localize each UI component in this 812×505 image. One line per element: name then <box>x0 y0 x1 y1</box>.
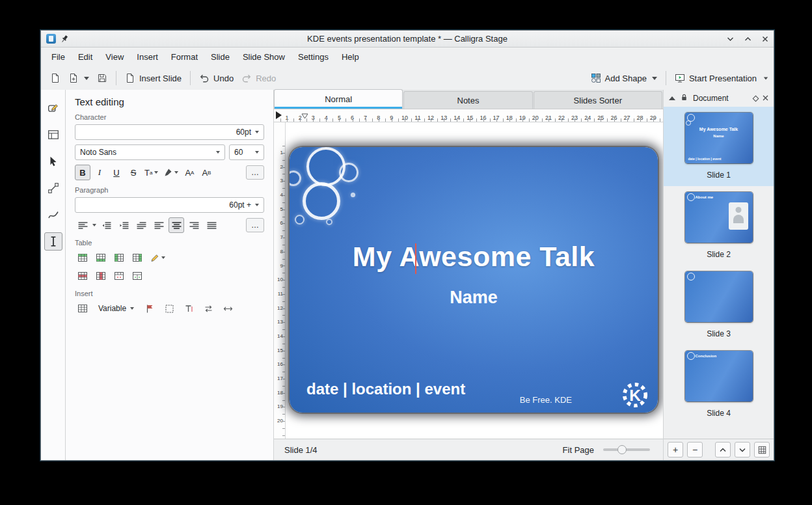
slide-thumbnail-item[interactable]: My Awesome Talk Name date | location | e… <box>664 107 774 186</box>
tab-normal[interactable]: Normal <box>274 89 403 109</box>
lock-icon[interactable] <box>680 93 688 103</box>
italic-button[interactable]: I <box>92 165 107 180</box>
slide-thumbnail-item[interactable]: Conclusion Slide 4 <box>664 345 774 424</box>
delete-column-button[interactable] <box>93 268 109 284</box>
change-case-button[interactable]: Ta <box>142 165 160 180</box>
insert-text-button[interactable] <box>181 301 196 316</box>
insert-column-right-button[interactable] <box>129 250 145 266</box>
redo-button[interactable]: Redo <box>237 70 280 87</box>
toolbar-overflow-icon[interactable] <box>764 77 768 79</box>
slide-subtitle-textbox[interactable]: Name <box>290 288 658 308</box>
horizontal-ruler[interactable]: 1234567891011121314151617181920212223242… <box>274 109 663 122</box>
character-more-button[interactable]: … <box>246 165 264 180</box>
character-style-combobox[interactable]: 60pt <box>75 124 264 140</box>
increase-indent-button[interactable] <box>116 217 131 233</box>
open-document-button[interactable] <box>64 70 93 87</box>
table-border-pen-button[interactable] <box>148 250 167 266</box>
menu-format[interactable]: Format <box>165 49 204 65</box>
titlebar[interactable]: KDE events presentation template * — Cal… <box>41 31 774 48</box>
text-color-button[interactable] <box>161 165 180 180</box>
menu-settings[interactable]: Settings <box>291 49 335 65</box>
shape-handling-tool-button[interactable] <box>44 99 62 117</box>
insert-bookmark-button[interactable] <box>142 301 157 316</box>
menu-slide-show[interactable]: Slide Show <box>236 49 291 65</box>
start-presentation-button[interactable]: Start Presentation <box>671 70 761 87</box>
float-icon[interactable] <box>753 95 759 102</box>
merge-cells-button[interactable] <box>111 268 127 284</box>
font-size-combobox[interactable]: 60 <box>229 144 264 160</box>
close-button[interactable] <box>762 36 768 42</box>
vertical-ruler[interactable]: 1234567891011121314151617181920 <box>274 122 286 439</box>
save-button[interactable] <box>93 70 111 87</box>
font-family-combobox[interactable]: Noto Sans <box>75 144 225 160</box>
align-center-button[interactable] <box>169 217 184 233</box>
decrease-indent-button[interactable] <box>98 217 114 233</box>
insert-row-below-button[interactable] <box>93 250 109 266</box>
new-document-button[interactable] <box>46 70 64 87</box>
tab-notes[interactable]: Notes <box>403 91 532 109</box>
swap-arrows-button[interactable] <box>200 301 216 316</box>
add-shape-button[interactable]: Add Shape <box>587 70 661 87</box>
resize-arrows-button[interactable] <box>220 301 236 316</box>
text-frame-tool-button[interactable] <box>44 126 62 144</box>
zoom-slider[interactable] <box>603 448 650 451</box>
delete-row-button[interactable] <box>75 268 90 284</box>
underline-button[interactable]: U <box>109 165 124 180</box>
minimize-button[interactable] <box>727 36 734 42</box>
menu-help[interactable]: Help <box>335 49 366 65</box>
insert-table-button[interactable] <box>75 301 90 316</box>
zoom-slider-handle[interactable] <box>617 445 627 454</box>
slide-4-thumbnail[interactable]: Conclusion <box>685 351 753 402</box>
align-left-button[interactable] <box>151 217 167 233</box>
bold-button[interactable]: B <box>75 165 90 180</box>
align-right-button[interactable] <box>186 217 202 233</box>
select-tool-button[interactable] <box>44 152 62 171</box>
zoom-mode-label[interactable]: Fit Page <box>563 445 594 455</box>
tab-slides-sorter[interactable]: Slides Sorter <box>534 91 662 109</box>
paragraph-style-combobox[interactable]: 60pt + <box>75 197 264 213</box>
move-slide-up-button[interactable] <box>715 442 731 457</box>
undo-button[interactable]: Undo <box>195 70 237 87</box>
text-tool-button[interactable] <box>44 232 62 251</box>
collapse-icon[interactable] <box>669 96 675 100</box>
insert-row-above-button[interactable] <box>75 250 90 266</box>
insert-column-left-button[interactable] <box>111 250 127 266</box>
menu-file[interactable]: File <box>45 49 72 65</box>
slide-2-thumbnail[interactable]: About me <box>685 192 753 243</box>
thumbnail-view-button[interactable] <box>754 442 770 457</box>
freehand-path-tool-button[interactable] <box>44 206 62 224</box>
variable-dropdown[interactable]: Variable <box>94 302 138 315</box>
remove-slide-button[interactable]: − <box>687 442 703 457</box>
first-line-indent-button[interactable] <box>133 217 149 233</box>
menu-edit[interactable]: Edit <box>72 49 99 65</box>
slide-1-thumbnail[interactable]: My Awesome Talk Name date | location | e… <box>685 113 753 163</box>
slide-footer-textbox[interactable]: date | location | event <box>306 380 465 398</box>
slide-page[interactable]: My Awesome Talk Name date | location | e… <box>290 147 658 413</box>
subscript-button[interactable]: AB <box>198 165 214 180</box>
add-slide-button[interactable]: + <box>668 442 683 457</box>
slide-3-thumbnail[interactable] <box>685 271 753 322</box>
align-justify-button[interactable] <box>204 217 219 233</box>
paragraph-more-button[interactable]: … <box>246 218 264 232</box>
chevron-down-icon[interactable] <box>92 224 96 226</box>
insert-slide-button[interactable]: Insert Slide <box>121 70 185 87</box>
text-direction-button[interactable] <box>75 217 90 233</box>
close-icon[interactable] <box>763 94 768 103</box>
pin-icon[interactable] <box>60 34 69 44</box>
slide-thumbnail-item[interactable]: Slide 3 <box>664 266 774 345</box>
menu-insert[interactable]: Insert <box>130 49 165 65</box>
maximize-button[interactable] <box>744 36 751 42</box>
connector-tool-button[interactable] <box>44 179 62 197</box>
menu-view[interactable]: View <box>99 49 130 65</box>
menu-slide[interactable]: Slide <box>204 49 236 65</box>
move-slide-down-button[interactable] <box>735 442 750 457</box>
slide-thumbnail-item[interactable]: About me Slide 2 <box>664 186 774 266</box>
slide-canvas[interactable]: 1234567891011121314151617181920 My Aweso… <box>274 122 663 439</box>
superscript-button[interactable]: AA <box>182 165 197 180</box>
strikethrough-button[interactable]: S <box>126 165 141 180</box>
split-cells-button[interactable] <box>129 268 145 284</box>
insert-frame-button[interactable] <box>161 301 177 316</box>
slide-title-textbox[interactable]: My Awesome Talk <box>290 241 658 273</box>
ruler-number: 4 <box>274 188 283 202</box>
ruler-position-marker[interactable] <box>301 110 308 122</box>
